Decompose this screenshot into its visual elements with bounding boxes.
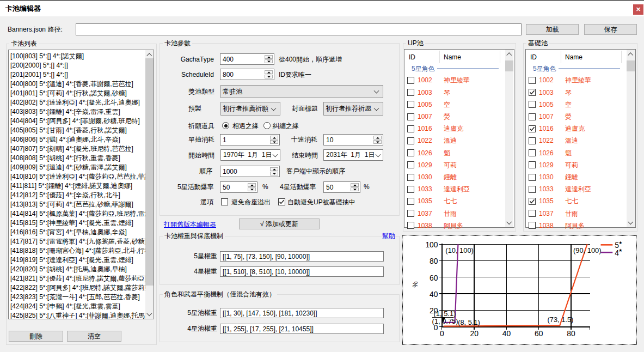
svg-text:60: 60 xyxy=(430,274,438,282)
svg-text:%: % xyxy=(411,281,419,287)
svg-text:100: 100 xyxy=(425,240,438,249)
svg-text:80: 80 xyxy=(567,329,575,338)
svg-text:0: 0 xyxy=(440,329,444,338)
svg-text:(1, 0.75): (1, 0.75) xyxy=(432,317,458,325)
svg-text:(8, 5.1): (8, 5.1) xyxy=(458,318,480,326)
svg-text:40: 40 xyxy=(502,329,511,338)
svg-text:60: 60 xyxy=(535,329,543,338)
svg-text:40: 40 xyxy=(430,290,438,299)
svg-text:80: 80 xyxy=(430,257,438,265)
svg-text:★: ★ xyxy=(618,240,622,245)
svg-text:(1, 5.1): (1, 5.1) xyxy=(434,309,456,318)
svg-text:(90, 100): (90, 100) xyxy=(573,246,601,254)
svg-text:(10, 100): (10, 100) xyxy=(445,246,473,254)
svg-text:(73, 1.5): (73, 1.5) xyxy=(547,315,573,324)
svg-text:20: 20 xyxy=(470,329,479,338)
svg-text:★: ★ xyxy=(618,248,622,253)
